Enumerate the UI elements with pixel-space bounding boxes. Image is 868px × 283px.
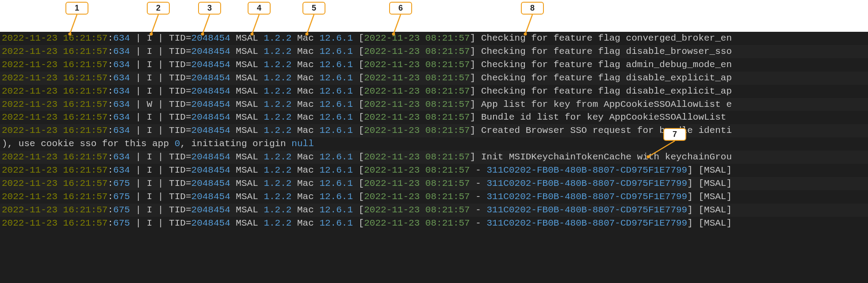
svg-line-8 — [307, 15, 314, 34]
log-viewer: 2022-11-23 16:21:57:634 | I | TID=204845… — [0, 32, 868, 283]
log-msal-version: 1.2.2 — [264, 60, 291, 70]
log-inner-ts: 2022-11-23 08:21:57 — [364, 192, 470, 202]
log-mac-version: 12.6.1 — [319, 125, 353, 136]
log-message: [MSAL] — [698, 178, 732, 189]
svg-point-7 — [251, 33, 254, 36]
log-tid: 2048454 — [191, 125, 230, 136]
log-timestamp: 2022-11-23 16:21:57 — [2, 99, 107, 109]
log-tid: 2048454 — [191, 33, 230, 43]
log-tid: 2048454 — [191, 178, 230, 189]
log-line: 2022-11-23 16:21:57:675 | I | TID=204845… — [0, 190, 868, 204]
log-msal-version: 1.2.2 — [264, 33, 291, 43]
callout-4: 4 — [248, 2, 271, 34]
log-msal-version: 1.2.2 — [264, 152, 291, 162]
log-line: 2022-11-23 16:21:57:634 | W | TID=204845… — [0, 98, 868, 111]
svg-line-4 — [203, 15, 210, 34]
log-line: 2022-11-23 16:21:57:634 | I | TID=204845… — [0, 32, 868, 45]
callout-pointer-icon — [68, 15, 86, 34]
log-mac-version: 12.6.1 — [319, 192, 353, 202]
log-tid: 2048454 — [191, 112, 230, 122]
log-mac-version: 12.6.1 — [319, 46, 353, 57]
log-timestamp: 2022-11-23 16:21:57 — [2, 205, 107, 215]
log-message: [MSAL] — [698, 165, 732, 175]
log-level: I — [147, 152, 153, 162]
log-level: I — [147, 192, 153, 202]
log-mac-version: 12.6.1 — [319, 33, 353, 43]
log-inner-ts: 2022-11-23 08:21:57 — [364, 218, 470, 228]
log-timestamp: 2022-11-23 16:21:57 — [2, 33, 107, 43]
log-mac-version: 12.6.1 — [319, 60, 353, 70]
log-ms: 634 — [113, 73, 130, 83]
svg-point-1 — [69, 33, 72, 36]
log-inner-ts: 2022-11-23 08:21:57 — [364, 33, 470, 43]
log-number: 0 — [175, 139, 180, 149]
log-ms: 675 — [113, 205, 130, 215]
log-line: 2022-11-23 16:21:57:634 | I | TID=204845… — [0, 85, 868, 98]
log-line: 2022-11-23 16:21:57:634 | I | TID=204845… — [0, 111, 868, 124]
callout-2: 2 — [147, 2, 170, 34]
log-ms: 634 — [113, 165, 130, 175]
log-line: 2022-11-23 16:21:57:634 | I | TID=204845… — [0, 124, 868, 137]
annotation-layer: 1234568 — [0, 0, 868, 32]
svg-point-13 — [524, 33, 527, 36]
log-inner-ts: 2022-11-23 08:21:57 — [364, 99, 470, 109]
callout-pointer-icon — [305, 15, 323, 34]
log-msal-version: 1.2.2 — [264, 192, 291, 202]
log-level: I — [147, 86, 153, 96]
callout-label: 8 — [521, 2, 544, 15]
log-level: I — [147, 73, 153, 83]
callout-pointer-icon — [524, 15, 541, 34]
callout-3: 3 — [198, 2, 221, 34]
callout-pointer-icon — [149, 15, 167, 34]
svg-line-6 — [252, 15, 259, 34]
log-guid: 311C0202-FB0B-480B-8807-CD975F1E7799 — [487, 205, 688, 215]
log-message: App list for key from AppCookieSSOAllowL… — [481, 99, 732, 109]
log-line: 2022-11-23 16:21:57:634 | I | TID=204845… — [0, 164, 868, 177]
log-tid: 2048454 — [191, 99, 230, 109]
log-ms: 634 — [113, 125, 130, 136]
log-tid: 2048454 — [191, 86, 230, 96]
log-inner-ts: 2022-11-23 08:21:57 — [364, 112, 470, 122]
log-inner-ts: 2022-11-23 08:21:57 — [364, 205, 470, 215]
log-mac-version: 12.6.1 — [319, 218, 353, 228]
callout-6: 6 — [389, 2, 412, 34]
log-message: Checking for feature flag disable_browse… — [481, 46, 732, 57]
log-message: [MSAL] — [698, 192, 732, 202]
log-timestamp: 2022-11-23 16:21:57 — [2, 46, 107, 57]
log-tid: 2048454 — [191, 46, 230, 57]
log-mac-version: 12.6.1 — [319, 86, 353, 96]
log-mac-version: 12.6.1 — [319, 99, 353, 109]
log-ms: 634 — [113, 60, 130, 70]
callout-label: 1 — [65, 2, 88, 15]
callout-pointer-icon — [666, 141, 684, 157]
log-tid: 2048454 — [191, 152, 230, 162]
log-message: [MSAL] — [698, 218, 732, 228]
svg-point-15 — [647, 155, 650, 158]
svg-point-9 — [306, 33, 309, 36]
log-message: Checking for feature flag disable_explic… — [481, 73, 732, 83]
log-line: 2022-11-23 16:21:57:675 | I | TID=204845… — [0, 217, 868, 230]
log-msal-version: 1.2.2 — [264, 165, 291, 175]
log-timestamp: 2022-11-23 16:21:57 — [2, 165, 107, 175]
callout-label: 7 — [663, 128, 686, 141]
log-msal-version: 1.2.2 — [264, 99, 291, 109]
log-mac-version: 12.6.1 — [319, 178, 353, 189]
log-line: 2022-11-23 16:21:57:634 | I | TID=204845… — [0, 151, 868, 164]
svg-line-10 — [394, 15, 401, 34]
log-timestamp: 2022-11-23 16:21:57 — [2, 73, 107, 83]
log-ms: 675 — [113, 218, 130, 228]
log-ms: 634 — [113, 33, 130, 43]
log-ms: 634 — [113, 112, 130, 122]
log-line: 2022-11-23 16:21:57:675 | I | TID=204845… — [0, 204, 868, 217]
callout-pointer-icon — [201, 15, 218, 34]
log-null: null — [291, 139, 314, 149]
log-line: 2022-11-23 16:21:57:634 | I | TID=204845… — [0, 58, 868, 72]
log-mac-version: 12.6.1 — [319, 112, 353, 122]
log-tid: 2048454 — [191, 60, 230, 70]
log-timestamp: 2022-11-23 16:21:57 — [2, 218, 107, 228]
log-ms: 675 — [113, 178, 130, 189]
callout-label: 3 — [198, 2, 221, 15]
svg-point-5 — [201, 33, 204, 36]
log-inner-ts: 2022-11-23 08:21:57 — [364, 165, 470, 175]
log-guid: 311C0202-FB0B-480B-8807-CD975F1E7799 — [487, 165, 688, 175]
